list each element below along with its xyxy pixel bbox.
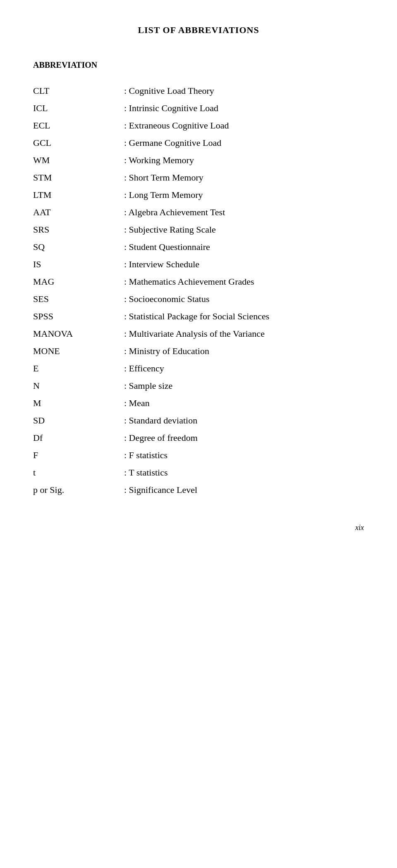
table-row: GCL: Germane Cognitive Load: [33, 134, 364, 152]
abbreviation-cell: F: [33, 447, 124, 464]
meaning-cell: : Short Term Memory: [124, 169, 364, 186]
abbreviation-cell: p or Sig.: [33, 481, 124, 499]
abbreviation-cell: ICL: [33, 100, 124, 117]
table-row: F: F statistics: [33, 447, 364, 464]
abbreviation-cell: SES: [33, 290, 124, 308]
table-row: SD: Standard deviation: [33, 412, 364, 429]
abbreviation-cell: M: [33, 395, 124, 412]
abbreviation-cell: ECL: [33, 117, 124, 134]
table-row: M: Mean: [33, 395, 364, 412]
meaning-cell: : Subjective Rating Scale: [124, 221, 364, 238]
page-title: LIST OF ABBREVIATIONS: [33, 25, 364, 36]
meaning-cell: : Germane Cognitive Load: [124, 134, 364, 152]
table-row: t: T statistics: [33, 464, 364, 481]
meaning-cell: : Sample size: [124, 377, 364, 395]
abbreviation-cell: AAT: [33, 204, 124, 221]
table-row: E: Efficency: [33, 360, 364, 377]
abbreviation-cell: LTM: [33, 186, 124, 204]
abbreviation-cell: t: [33, 464, 124, 481]
meaning-cell: : Mathematics Achievement Grades: [124, 273, 364, 290]
meaning-cell: : T statistics: [124, 464, 364, 481]
section-header: ABBREVIATION: [33, 60, 364, 70]
table-row: SQ: Student Questionnaire: [33, 238, 364, 256]
abbreviation-cell: IS: [33, 256, 124, 273]
table-row: N: Sample size: [33, 377, 364, 395]
meaning-cell: : Algebra Achievement Test: [124, 204, 364, 221]
abbreviation-cell: GCL: [33, 134, 124, 152]
meaning-cell: : Student Questionnaire: [124, 238, 364, 256]
abbreviation-cell: MONE: [33, 342, 124, 360]
table-row: AAT: Algebra Achievement Test: [33, 204, 364, 221]
abbreviation-cell: STM: [33, 169, 124, 186]
meaning-cell: : Extraneous Cognitive Load: [124, 117, 364, 134]
meaning-cell: : Ministry of Education: [124, 342, 364, 360]
table-row: IS: Interview Schedule: [33, 256, 364, 273]
meaning-cell: : Socioeconomic Status: [124, 290, 364, 308]
table-row: STM: Short Term Memory: [33, 169, 364, 186]
abbreviation-cell: N: [33, 377, 124, 395]
page-number: xix: [33, 523, 364, 532]
table-row: ICL: Intrinsic Cognitive Load: [33, 100, 364, 117]
abbreviation-cell: SPSS: [33, 308, 124, 325]
meaning-cell: : Long Term Memory: [124, 186, 364, 204]
table-row: MONE: Ministry of Education: [33, 342, 364, 360]
meaning-cell: : Efficency: [124, 360, 364, 377]
meaning-cell: : Cognitive Load Theory: [124, 82, 364, 100]
table-row: SPSS: Statistical Package for Social Sci…: [33, 308, 364, 325]
abbreviation-cell: MAG: [33, 273, 124, 290]
meaning-cell: : Standard deviation: [124, 412, 364, 429]
table-row: MAG: Mathematics Achievement Grades: [33, 273, 364, 290]
meaning-cell: : Mean: [124, 395, 364, 412]
table-row: SES: Socioeconomic Status: [33, 290, 364, 308]
meaning-cell: : Degree of freedom: [124, 429, 364, 447]
abbreviation-cell: Df: [33, 429, 124, 447]
meaning-cell: : F statistics: [124, 447, 364, 464]
table-row: SRS: Subjective Rating Scale: [33, 221, 364, 238]
abbreviation-cell: E: [33, 360, 124, 377]
meaning-cell: : Interview Schedule: [124, 256, 364, 273]
abbreviation-cell: MANOVA: [33, 325, 124, 342]
meaning-cell: : Intrinsic Cognitive Load: [124, 100, 364, 117]
meaning-cell: : Significance Level: [124, 481, 364, 499]
table-row: WM: Working Memory: [33, 152, 364, 169]
abbreviation-cell: SQ: [33, 238, 124, 256]
abbreviation-cell: WM: [33, 152, 124, 169]
abbreviation-cell: CLT: [33, 82, 124, 100]
table-row: MANOVA: Multivariate Analysis of the Var…: [33, 325, 364, 342]
table-row: Df: Degree of freedom: [33, 429, 364, 447]
abbreviations-table: CLT: Cognitive Load TheoryICL: Intrinsic…: [33, 82, 364, 499]
abbreviation-cell: SRS: [33, 221, 124, 238]
table-row: LTM: Long Term Memory: [33, 186, 364, 204]
table-row: CLT: Cognitive Load Theory: [33, 82, 364, 100]
table-row: p or Sig.: Significance Level: [33, 481, 364, 499]
meaning-cell: : Multivariate Analysis of the Variance: [124, 325, 364, 342]
table-row: ECL: Extraneous Cognitive Load: [33, 117, 364, 134]
meaning-cell: : Statistical Package for Social Science…: [124, 308, 364, 325]
meaning-cell: : Working Memory: [124, 152, 364, 169]
abbreviation-cell: SD: [33, 412, 124, 429]
